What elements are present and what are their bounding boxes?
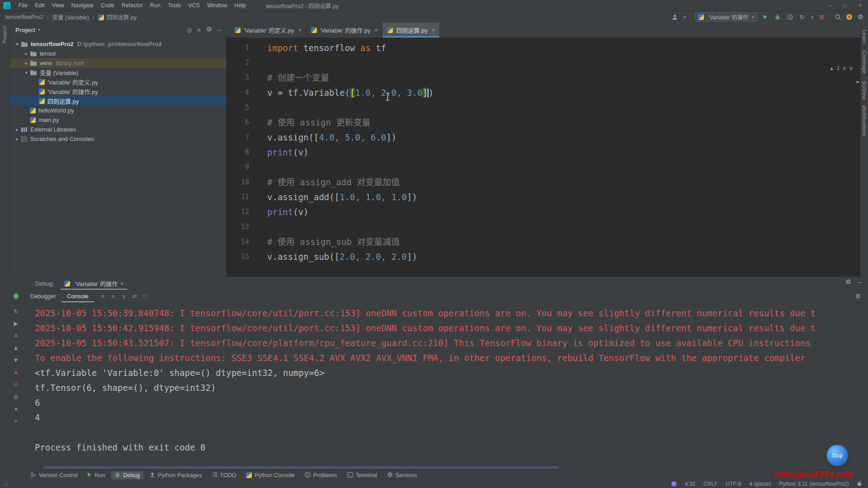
project-panel-title[interactable]: Project <box>15 27 35 33</box>
tree-right-arrow-icon[interactable]: ▸ <box>14 136 21 141</box>
ai-assistant-icon[interactable] <box>671 481 677 487</box>
mute-breakpoints-icon[interactable]: ⊘ <box>12 381 19 388</box>
stop-button[interactable] <box>817 13 826 21</box>
status-item-0[interactable]: 4:32 <box>685 481 695 487</box>
project-tree-item-2[interactable]: ▸venvlibrary root <box>10 58 226 68</box>
project-tree-item-5[interactable]: 'Variable' 的操作.py <box>10 87 226 96</box>
menu-refactor[interactable]: Refactor <box>118 0 146 11</box>
menu-code[interactable]: Code <box>97 0 118 11</box>
stripe-tab-sciview[interactable]: SciView <box>862 81 867 100</box>
toolwindow-button-todo[interactable]: TODO <box>208 472 240 479</box>
project-tree-item-0[interactable]: ▾tensorflowPro2D:\python_pro\tensorflowP… <box>10 39 226 49</box>
menu-tools[interactable]: Tools <box>164 0 184 11</box>
rerun-icon[interactable]: ↻ <box>12 308 19 315</box>
minimize-panel-icon[interactable]: ─ <box>858 279 862 286</box>
layout-icon[interactable]: □ <box>5 481 8 487</box>
menu-edit[interactable]: Edit <box>31 0 48 11</box>
close-tab-icon[interactable]: × <box>432 27 435 33</box>
close-session-icon[interactable]: × <box>120 280 124 287</box>
editor-body[interactable]: 123456789101112131415 import tensorflow … <box>226 38 860 277</box>
toolwindow-button-debug[interactable]: Debug <box>111 471 143 479</box>
project-tree-item-4[interactable]: 'Variable' 的定义.py <box>10 77 226 87</box>
step-out-icon[interactable]: ▲ <box>12 344 19 352</box>
tree-right-arrow-icon[interactable]: ▸ <box>23 61 30 66</box>
inspections-widget[interactable]: ▲ 1 ∧ ∨ <box>830 65 853 71</box>
menu-vcs[interactable]: VCS <box>184 0 203 11</box>
menu-navigate[interactable]: Navigate <box>68 0 97 11</box>
project-tree-item-6[interactable]: 四则运算.py <box>10 96 226 106</box>
code-content[interactable]: import tensorflow as tf # 创建一个变量v = tf.V… <box>267 38 860 277</box>
close-tab-icon[interactable]: × <box>298 27 302 33</box>
scroll-down-icon[interactable]: ∨ <box>122 293 126 300</box>
tree-right-arrow-icon[interactable]: ▸ <box>14 127 21 132</box>
project-tree-item-9[interactable]: ▸External Libraries <box>10 125 226 134</box>
editor-tab-1[interactable]: 'Variable' 的操作.py× <box>307 23 383 38</box>
status-item-1[interactable]: CRLF <box>703 481 717 487</box>
next-issue-icon[interactable]: ∨ <box>849 65 853 71</box>
toolwindow-button-python-packages[interactable]: Python Packages <box>146 472 205 479</box>
breadcrumb-item-2[interactable]: 四则运算.py <box>97 13 137 21</box>
recorder-stop-button[interactable]: Stop <box>827 445 848 466</box>
settings-icon[interactable]: ◎ <box>12 393 19 400</box>
menu-file[interactable]: File <box>15 0 31 11</box>
debug-session-tab[interactable]: 'Variable' 的操作 × <box>61 277 127 290</box>
panel-settings-icon[interactable] <box>206 26 212 33</box>
debug-button[interactable] <box>774 13 782 21</box>
menu-window[interactable]: Window <box>203 0 231 11</box>
menu-view[interactable]: View <box>48 0 68 11</box>
lock-icon[interactable] <box>857 480 862 488</box>
breadcrumb-item-1[interactable]: 变量 (Variable) <box>52 13 90 21</box>
toolwindow-button-terminal[interactable]: Terminal <box>344 472 381 479</box>
stripe-tab-learn[interactable]: Learn <box>862 30 867 43</box>
soft-wrap-icon[interactable]: ⇄ <box>132 293 137 300</box>
project-stripe-tab[interactable]: Project <box>2 26 7 43</box>
profiler-button[interactable] <box>786 13 794 21</box>
tree-right-arrow-icon[interactable]: ▸ <box>23 51 30 56</box>
console-horizontal-scrollbar[interactable] <box>43 466 558 469</box>
resume-icon[interactable]: ▶ <box>12 320 19 327</box>
console-output[interactable]: 2025-10-05 15:50:39.840748: I tensorflow… <box>35 303 868 465</box>
editor-tab-0[interactable]: 'Variable' 的定义.py× <box>230 23 307 38</box>
clear-console-icon[interactable]: □ <box>143 293 147 300</box>
menu-help[interactable]: Help <box>231 0 250 11</box>
tree-down-arrow-icon[interactable]: ▾ <box>14 42 21 47</box>
minimize-button[interactable]: ─ <box>822 0 837 11</box>
locate-icon[interactable]: ◎ <box>187 27 192 33</box>
rerun-button[interactable]: ↻ <box>798 13 806 21</box>
settings-gear-icon[interactable] <box>856 13 864 21</box>
toolwindow-button-python-console[interactable]: Python Console <box>242 472 298 479</box>
close-tab-icon[interactable]: × <box>374 27 377 33</box>
tree-down-arrow-icon[interactable]: ▾ <box>23 70 30 75</box>
code-with-me-icon[interactable]: + <box>846 14 852 20</box>
prev-issue-icon[interactable]: ∧ <box>842 65 846 71</box>
toolwindow-button-run[interactable]: Run <box>84 472 108 479</box>
status-item-3[interactable]: 4 spaces <box>749 481 771 487</box>
status-item-2[interactable]: UTF-8 <box>726 481 741 487</box>
evaluate-icon[interactable]: ∗ <box>12 405 19 413</box>
profile-icon[interactable] <box>670 13 679 21</box>
run-configuration-select[interactable]: 'Variable' 的操作 ▾ <box>694 12 758 22</box>
collapse-all-icon[interactable]: ≡ <box>197 27 201 33</box>
search-everywhere-icon[interactable] <box>834 13 842 21</box>
project-tree-item-1[interactable]: ▸tensor <box>10 49 226 58</box>
add-watch-icon[interactable]: + <box>12 418 19 425</box>
scroll-up-icon[interactable]: ∧ <box>111 293 115 300</box>
project-tree-item-7[interactable]: helloWorld.py <box>10 106 226 115</box>
toolwindow-button-version-control[interactable]: Version Control <box>27 471 81 479</box>
stripe-tab-notifications[interactable]: Notifications <box>862 107 867 136</box>
menu-run[interactable]: Run <box>146 0 164 11</box>
debug-settings-gear-icon[interactable] <box>845 279 851 286</box>
hide-panel-icon[interactable]: ─ <box>217 27 222 33</box>
close-button[interactable]: × <box>853 0 868 11</box>
project-tree-item-10[interactable]: ▸Scratches and Consoles <box>10 134 226 144</box>
breakpoint-icon[interactable]: ● <box>12 369 19 376</box>
console-options-icon[interactable]: ≣ <box>855 292 861 300</box>
editor-tab-2[interactable]: 四则运算.py× <box>382 23 439 38</box>
debug-tab-debugger[interactable]: Debugger <box>25 290 61 302</box>
maximize-button[interactable]: □ <box>837 0 853 11</box>
toolwindow-button-problems[interactable]: Problems <box>301 471 341 479</box>
project-tree-item-8[interactable]: main.py <box>10 115 226 125</box>
run-button[interactable] <box>761 13 769 21</box>
breadcrumb-item-0[interactable]: tensorflowPro2 <box>5 14 44 20</box>
stripe-tab-coverage[interactable]: Coverage <box>862 51 867 74</box>
